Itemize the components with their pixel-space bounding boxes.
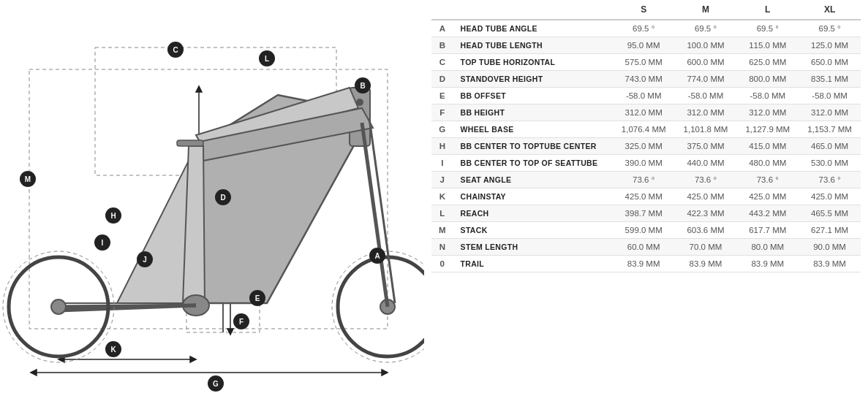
svg-text:G: G [213, 380, 219, 388]
row-s: 398.7 MM [613, 205, 675, 222]
row-l: 80.0 MM [736, 239, 799, 256]
row-m: 83.9 MM [675, 256, 737, 272]
row-s: 312.0 MM [613, 104, 675, 121]
row-l: 425.0 MM [736, 188, 799, 205]
row-xl: 627.1 MM [799, 222, 861, 239]
row-xl: 125.0 MM [799, 37, 861, 54]
row-m: -58.0 MM [675, 88, 737, 104]
row-m: 440.0 MM [675, 155, 737, 172]
row-s: 325.0 MM [613, 138, 675, 155]
row-letter: L [431, 205, 453, 222]
row-letter: C [431, 54, 453, 71]
row-label: CHAINSTAY [453, 188, 613, 205]
row-l: 617.7 MM [736, 222, 799, 239]
row-s: 95.0 MM [613, 37, 675, 54]
col-header-label [453, 0, 613, 20]
svg-point-34 [356, 99, 363, 106]
row-s: 599.0 MM [613, 222, 675, 239]
table-row: H BB CENTER TO TOPTUBE CENTER 325.0 MM 3… [431, 138, 861, 155]
row-label: HEAD TUBE LENGTH [453, 37, 613, 54]
row-letter: E [431, 88, 453, 104]
table-row: F BB HEIGHT 312.0 MM 312.0 MM 312.0 MM 3… [431, 104, 861, 121]
row-xl: 1,153.7 MM [799, 121, 861, 138]
row-s: 60.0 MM [613, 239, 675, 256]
row-label: TRAIL [453, 256, 613, 272]
row-m: 603.6 MM [675, 222, 737, 239]
col-header-s: S [613, 0, 675, 20]
row-letter: F [431, 104, 453, 121]
row-s: 575.0 MM [613, 54, 675, 71]
row-xl: 83.9 MM [799, 256, 861, 272]
row-l: 69.5 ° [736, 20, 799, 37]
row-label: BB CENTER TO TOP OF SEATTUBE [453, 155, 613, 172]
geometry-table: S M L XL A HEAD TUBE ANGLE 69.5 ° 69.5 °… [431, 0, 861, 272]
row-letter: M [431, 222, 453, 239]
row-m: 312.0 MM [675, 104, 737, 121]
row-letter: K [431, 188, 453, 205]
row-xl: 90.0 MM [799, 239, 861, 256]
col-header-l: L [736, 0, 799, 20]
svg-text:F: F [239, 318, 244, 326]
row-label: BB OFFSET [453, 88, 613, 104]
svg-text:L: L [265, 55, 269, 63]
row-label: HEAD TUBE ANGLE [453, 20, 613, 37]
spec-table-panel: S M L XL A HEAD TUBE ANGLE 69.5 ° 69.5 °… [424, 0, 868, 393]
table-row: E BB OFFSET -58.0 MM -58.0 MM -58.0 MM -… [431, 88, 861, 104]
svg-text:K: K [110, 346, 116, 354]
bike-diagram: A B C D E F G H I J K L M [0, 0, 424, 393]
row-s: 390.0 MM [613, 155, 675, 172]
row-xl: 530.0 MM [799, 155, 861, 172]
row-s: -58.0 MM [613, 88, 675, 104]
row-l: 73.6 ° [736, 172, 799, 188]
row-letter: H [431, 138, 453, 155]
col-header-m: M [675, 0, 737, 20]
row-s: 743.0 MM [613, 71, 675, 88]
row-l: 1,127.9 MM [736, 121, 799, 138]
svg-point-30 [332, 251, 424, 362]
svg-marker-14 [196, 86, 202, 92]
row-xl: 835.1 MM [799, 71, 861, 88]
row-s: 425.0 MM [613, 188, 675, 205]
row-l: 800.0 MM [736, 71, 799, 88]
row-label: BB HEIGHT [453, 104, 613, 121]
table-row: J SEAT ANGLE 73.6 ° 73.6 ° 73.6 ° 73.6 ° [431, 172, 861, 188]
row-label: WHEEL BASE [453, 121, 613, 138]
row-l: 480.0 MM [736, 155, 799, 172]
row-l: 415.0 MM [736, 138, 799, 155]
svg-text:H: H [110, 212, 116, 220]
svg-text:M: M [25, 175, 31, 183]
row-xl: 425.0 MM [799, 188, 861, 205]
svg-text:A: A [374, 252, 380, 260]
row-xl: 73.6 ° [799, 172, 861, 188]
row-xl: 69.5 ° [799, 20, 861, 37]
row-l: 115.0 MM [736, 37, 799, 54]
row-l: -58.0 MM [736, 88, 799, 104]
col-header-xl: XL [799, 0, 861, 20]
row-m: 375.0 MM [675, 138, 737, 155]
table-row: C TOP TUBE HORIZONTAL 575.0 MM 600.0 MM … [431, 54, 861, 71]
row-xl: 650.0 MM [799, 54, 861, 71]
row-label: TOP TUBE HORIZONTAL [453, 54, 613, 71]
row-xl: 312.0 MM [799, 104, 861, 121]
row-m: 425.0 MM [675, 188, 737, 205]
row-label: SEAT ANGLE [453, 172, 613, 188]
svg-point-26 [51, 299, 66, 314]
svg-marker-8 [227, 329, 233, 335]
table-row: N STEM LENGTH 60.0 MM 70.0 MM 80.0 MM 90… [431, 239, 861, 256]
row-xl: 465.0 MM [799, 138, 861, 155]
row-m: 1,101.8 MM [675, 121, 737, 138]
svg-rect-33 [177, 140, 203, 146]
svg-marker-16 [59, 146, 196, 303]
row-letter: G [431, 121, 453, 138]
svg-text:E: E [255, 294, 260, 302]
row-label: BB CENTER TO TOPTUBE CENTER [453, 138, 613, 155]
table-row: I BB CENTER TO TOP OF SEATTUBE 390.0 MM … [431, 155, 861, 172]
table-row: K CHAINSTAY 425.0 MM 425.0 MM 425.0 MM 4… [431, 188, 861, 205]
table-row: M STACK 599.0 MM 603.6 MM 617.7 MM 627.1… [431, 222, 861, 239]
row-xl: -58.0 MM [799, 88, 861, 104]
svg-text:C: C [173, 46, 178, 54]
row-letter: N [431, 239, 453, 256]
row-s: 73.6 ° [613, 172, 675, 188]
row-label: STANDOVER HEIGHT [453, 71, 613, 88]
svg-marker-4 [31, 370, 37, 375]
